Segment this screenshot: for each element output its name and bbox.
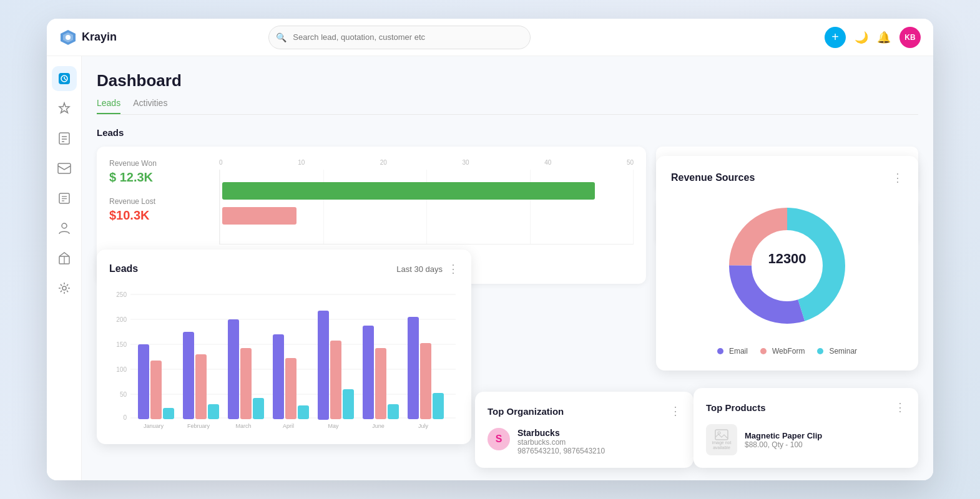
legend-webform-dot [760,348,767,354]
dark-mode-icon[interactable]: 🌙 [855,31,868,44]
donut-legend: Email WebForm Seminar [671,347,903,356]
svg-rect-50 [375,348,386,419]
search-bar[interactable]: 🔍 [268,26,531,49]
topbar: Krayin 🔍 + 🌙 🔔 KB [47,19,933,56]
svg-rect-47 [343,389,354,419]
org-name: Starbucks [517,428,605,438]
org-url: starbucks.com [517,438,605,447]
sidebar-item-file[interactable] [52,126,77,151]
svg-rect-49 [363,326,374,419]
logo: Krayin [59,29,117,46]
logo-icon [59,29,77,46]
top-org-title: Top Organization [488,406,564,417]
svg-point-2 [66,35,71,40]
product-item: image not available Magnetic Paper Clip … [706,424,906,455]
svg-text:150: 150 [116,341,127,348]
top-org-menu[interactable]: ⋮ [670,404,681,418]
topbar-actions: + 🌙 🔔 KB [825,27,921,48]
org-details: Starbucks starbucks.com 9876543210, 9876… [517,428,605,455]
svg-rect-35 [208,404,219,419]
leads-chart-card: Leads Last 30 days ⋮ 250 200 150 100 50 … [97,250,471,444]
org-avatar: S [488,428,510,450]
revenue-lost-value: $10.3K [109,208,199,223]
top-products-header: Top Products ⋮ [706,400,906,414]
revenue-won-value: $ 12.3K [109,170,199,185]
top-products-title: Top Products [706,402,766,413]
leads-chart-menu[interactable]: ⋮ [448,262,459,276]
avatar[interactable]: KB [899,27,921,48]
legend-seminar: Seminar [817,347,857,356]
svg-rect-45 [318,311,329,420]
tabs: Leads Activities [97,98,918,115]
svg-text:February: February [187,423,210,429]
legend-webform: WebForm [760,347,805,356]
svg-rect-7 [59,133,69,144]
legend-email-dot [717,348,723,354]
svg-rect-34 [195,354,207,419]
svg-point-63 [718,432,720,434]
svg-point-16 [62,223,67,228]
leads-chart-controls: Last 30 days ⋮ [396,262,459,276]
search-input[interactable] [268,26,531,49]
add-button[interactable]: + [825,27,846,48]
sidebar-item-mail[interactable] [52,156,77,181]
revenue-won-label: Revenue Won [109,159,199,168]
svg-text:March: March [235,423,251,429]
bar-revenue-lost [222,207,296,225]
revenue-sources-menu[interactable]: ⋮ [892,171,903,185]
sidebar-item-person[interactable] [52,216,77,241]
leads-period: Last 30 days [396,264,443,274]
product-image: image not available [706,424,737,455]
svg-point-19 [62,286,66,290]
sidebar [47,56,82,480]
top-products-menu[interactable]: ⋮ [894,400,906,414]
svg-rect-46 [330,341,341,419]
bar-jan-teal [163,408,174,419]
svg-text:June: June [372,423,385,429]
top-org-card: Top Organization ⋮ S Starbucks starbucks… [475,392,693,468]
svg-text:April: April [283,423,294,429]
revenue-sources-header: Revenue Sources ⋮ [671,171,903,185]
sidebar-item-list[interactable] [52,186,77,211]
revenue-lost-label: Revenue Lost [109,197,199,206]
content-area: Dashboard Leads Activities Leads Revenue… [82,56,933,480]
svg-rect-62 [715,430,728,440]
sidebar-item-clock[interactable] [52,66,77,91]
revenue-lost-stat: Revenue Lost $10.3K [109,197,199,223]
revenue-sources-card: Revenue Sources ⋮ [656,156,918,371]
svg-text:July: July [418,423,429,429]
leads-chart-title: Leads [109,263,138,274]
revenue-won-stat: Revenue Won $ 12.3K [109,159,199,185]
sidebar-item-settings[interactable] [52,276,77,301]
tab-activities[interactable]: Activities [133,98,167,114]
tab-leads[interactable]: Leads [97,98,120,114]
svg-rect-38 [240,348,252,419]
svg-rect-54 [420,343,431,419]
svg-rect-55 [433,393,444,419]
svg-rect-42 [285,358,296,419]
svg-rect-37 [228,319,239,419]
svg-text:200: 200 [116,316,127,323]
app-container: Krayin 🔍 + 🌙 🔔 KB [47,19,933,480]
svg-rect-41 [273,334,284,419]
bar-jan-purple [138,344,149,419]
notifications-icon[interactable]: 🔔 [877,31,891,44]
search-icon: 🔍 [276,32,287,42]
sidebar-item-ai[interactable] [52,96,77,121]
top-products-card: Top Products ⋮ image not available Magne… [693,388,918,468]
leads-section-title: Leads [97,127,918,138]
page-title: Dashboard [97,71,918,90]
product-info: $88.00, Qty - 100 [745,440,822,449]
bar-revenue-won [222,182,595,200]
svg-text:May: May [328,423,339,429]
leads-bar-chart-svg: 250 200 150 100 50 0 [109,286,459,429]
image-icon [715,429,728,440]
svg-text:12300: 12300 [768,251,806,266]
svg-rect-51 [388,404,399,419]
sidebar-item-box[interactable] [52,246,77,271]
svg-text:50: 50 [120,391,127,398]
legend-email: Email [717,347,748,356]
svg-text:0: 0 [123,414,127,421]
svg-text:100: 100 [116,366,127,373]
svg-rect-11 [58,163,71,173]
